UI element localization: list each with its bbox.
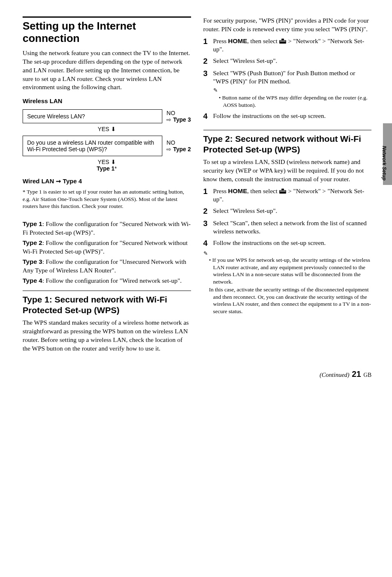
h2b-rule — [203, 130, 372, 130]
yes-arrow-2: YES ⬇ Type 1* — [23, 159, 191, 172]
gb-label: GB — [364, 372, 371, 379]
step3-note: • Button name of the WPS may differ depe… — [219, 94, 372, 108]
flow-row-1: Secure Wireless LAN? NO Type 3 — [23, 108, 191, 125]
side-tab-label: Network Setup — [381, 146, 387, 180]
bstep1-mid: , then select — [247, 187, 279, 194]
continued-label: (Continued) — [320, 372, 350, 379]
heading-setting-up: Setting up the Internet connection — [23, 20, 191, 45]
yes-label-2: YES — [98, 159, 109, 165]
bstep1-pre: Press — [213, 187, 228, 194]
step-num-3: 3 — [203, 69, 211, 108]
bottom-note-2: In this case, activate the security sett… — [213, 286, 372, 315]
toolbox-icon-2 — [279, 188, 286, 194]
type4-desc-label: Type 4 — [23, 277, 42, 284]
no-label-2: NO — [166, 139, 175, 146]
svg-rect-2 — [280, 41, 286, 42]
toolbox-icon — [279, 38, 286, 44]
step-1-body: Press HOME, then select > "Network" > "N… — [213, 37, 372, 53]
pencil-note-icon: ✎ — [213, 87, 372, 94]
svg-rect-3 — [279, 190, 286, 193]
down-arrow-icon: ⬇ — [111, 126, 116, 132]
left-column: Setting up the Internet connection Using… — [23, 16, 191, 355]
step-4: 4 Follow the instructions on the set-up … — [203, 112, 372, 121]
b-step-3-body: Select "Scan", then select a network fro… — [213, 219, 372, 235]
type1-desc: Type 1: Follow the configuration for "Se… — [23, 220, 191, 237]
step-num-1: 1 — [203, 37, 211, 53]
b-step-4: 4 Follow the instructions on the set-up … — [203, 239, 372, 248]
flow-side-type2: NO Type 2 — [166, 139, 191, 153]
type1-desc-label: Type 1 — [23, 220, 42, 227]
type2-desc-text: : Follow the configuration for "Secured … — [23, 239, 188, 255]
b-step-2-body: Select "Wireless Set-up". — [213, 207, 372, 216]
step-1: 1 Press HOME, then select > "Network" > … — [203, 37, 372, 53]
type2-desc-label: Type 2 — [23, 239, 42, 246]
b-step-num-3: 3 — [203, 219, 211, 235]
home-button-label: HOME — [228, 37, 247, 44]
bottom-note-text: If you use WPS for network set-up, the s… — [212, 257, 370, 285]
type3-label: Type 3 — [173, 116, 191, 123]
right-column: For security purpose, "WPS (PIN)" provid… — [203, 16, 372, 355]
spacer — [23, 212, 191, 220]
b-step-4-body: Follow the instructions on the set-up sc… — [213, 239, 372, 248]
yes-arrow-1: YES ⬇ — [23, 126, 191, 132]
page-footer: (Continued) 21 GB — [0, 367, 392, 387]
flow-box2-text: Do you use a wireless LAN router compati… — [27, 139, 158, 152]
yes-label-1: YES — [98, 126, 109, 132]
step3-note-text: Button name of the WPS may differ depend… — [222, 95, 368, 108]
step1-mid: , then select — [247, 37, 279, 44]
b-step-num-4: 4 — [203, 239, 211, 248]
step-num-2: 2 — [203, 57, 211, 66]
b-step-num-1: 1 — [203, 187, 211, 203]
step-4-body: Follow the instructions on the set-up sc… — [213, 112, 372, 121]
svg-rect-5 — [280, 191, 286, 192]
page-number: 21 — [352, 369, 361, 379]
type2-desc: Type 2: Follow the configuration for "Se… — [23, 239, 191, 256]
no-label-1: NO — [166, 110, 175, 116]
wireless-lan-heading: Wireless LAN — [23, 97, 191, 104]
wired-lan-pre: Wired LAN — [23, 178, 56, 185]
arrow-right-icon — [166, 116, 171, 123]
step-2: 2 Select "Wireless Set-up". — [203, 57, 372, 66]
b-step-num-2: 2 — [203, 207, 211, 216]
pencil-note-icon-2: ✎ — [203, 250, 372, 256]
right-intro: For security purpose, "WPS (PIN)" provid… — [203, 16, 372, 34]
type3-desc-label: Type 3 — [23, 258, 42, 265]
type1-section-text: The WPS standard makes security of a wir… — [23, 319, 191, 353]
flow-box-secure-wlan: Secure Wireless LAN? — [23, 109, 162, 123]
type1-footnote: * Type 1 is easier to set up if your rou… — [23, 188, 191, 210]
b-step-1-body: Press HOME, then select > "Network" > "N… — [213, 187, 372, 203]
heading-type2-section: Type 2: Secured network without Wi-Fi Pr… — [203, 134, 372, 154]
type3-desc-text: : Follow the configuration for "Unsecure… — [23, 258, 186, 274]
type2-label: Type 2 — [173, 146, 191, 152]
heading-type1-section: Type 1: Secured network with Wi-Fi Prote… — [23, 294, 191, 315]
flow-box1-text: Secure Wireless LAN? — [27, 113, 85, 120]
b-step-1: 1 Press HOME, then select > "Network" > … — [203, 187, 372, 203]
type4-desc: Type 4: Follow the configuration for "Wi… — [23, 277, 191, 285]
flow-side-type3: NO Type 3 — [166, 110, 191, 124]
bottom-note: • If you use WPS for network set-up, the… — [209, 256, 372, 315]
type4-desc-text: : Follow the configuration for "Wired ne… — [42, 277, 182, 284]
h1-rule — [23, 16, 191, 18]
b-step-3: 3 Select "Scan", then select a network f… — [203, 219, 372, 235]
step-num-4: 4 — [203, 112, 211, 121]
arrow-right-icon-2 — [166, 146, 171, 152]
step-2-body: Select "Wireless Set-up". — [213, 57, 372, 66]
step-3-body: Select "WPS (Push Button)" for Push Butt… — [213, 69, 372, 108]
type1-label: Type 1 — [97, 165, 114, 172]
type2-section-text: To set up a wireless LAN, SSID (wireless… — [203, 158, 372, 184]
flow-row-2: Do you use a wireless LAN router compati… — [23, 134, 191, 158]
step3-text: Select "WPS (Push Button)" for Push Butt… — [213, 69, 355, 85]
step1-pre: Press — [213, 37, 228, 44]
svg-rect-1 — [281, 39, 284, 40]
type1-star: * — [115, 165, 117, 172]
svg-rect-4 — [281, 189, 284, 190]
type3-desc: Type 3: Follow the configuration for "Un… — [23, 258, 191, 275]
home-button-label-2: HOME — [228, 187, 247, 194]
intro-paragraph: Using the network feature you can connec… — [23, 49, 191, 92]
wired-lan-post: Type 4 — [61, 178, 82, 185]
wired-lan-heading: Wired LAN ➞ Type 4 — [23, 178, 191, 185]
svg-rect-0 — [279, 40, 286, 44]
h2a-rule — [23, 291, 191, 291]
flow-box-wps: Do you use a wireless LAN router compati… — [23, 136, 162, 156]
type1-desc-text: : Follow the configuration for "Secured … — [23, 220, 191, 236]
